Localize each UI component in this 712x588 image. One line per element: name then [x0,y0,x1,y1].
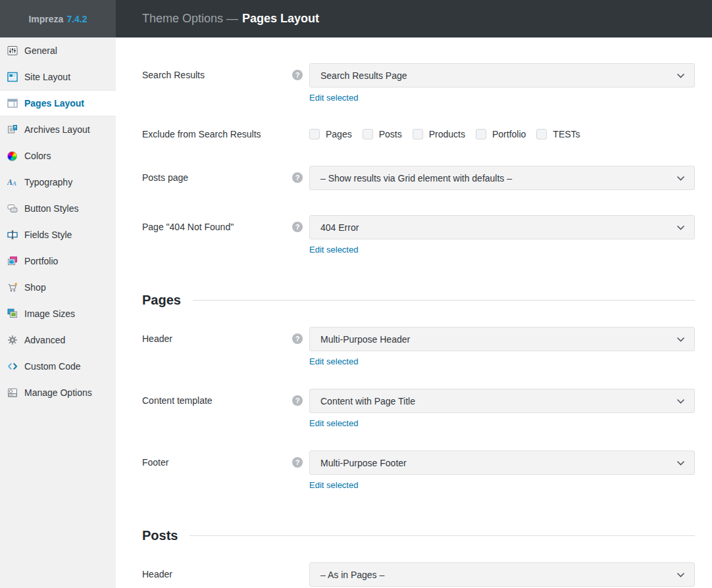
exclude-posts-checkbox[interactable] [363,129,373,139]
sidebar-item-button-styles[interactable]: Button Styles [0,195,116,222]
sidebar-item-manage-options[interactable]: Manage Options [0,380,116,406]
brand: Impreza 7.4.2 [0,0,116,37]
brand-version: 7.4.2 [66,14,87,24]
chevron-down-icon [676,399,685,404]
section-title: Posts [142,527,178,543]
exclude-tests-checkbox[interactable] [536,129,547,139]
help-icon[interactable]: ? [292,222,303,232]
chevron-down-icon [676,73,685,78]
field-label: Exclude from Search Results [142,125,292,143]
chevron-down-icon [676,572,685,577]
sidebar-item-colors[interactable]: Colors [0,143,116,169]
pages-footer-select[interactable]: Multi-Purpose Footer [309,451,695,475]
help-icon[interactable]: ? [292,395,303,406]
sidebar-item-typography[interactable]: AA Typography [0,169,116,195]
sidebar-item-portfolio[interactable]: Portfolio [0,248,116,274]
sidebar-item-general[interactable]: General [0,37,116,64]
sidebar-item-advanced[interactable]: Advanced [0,327,116,353]
edit-selected-link[interactable]: Edit selected [309,480,358,490]
checkbox-label: TESTs [553,129,580,139]
fields-style-icon [7,230,18,241]
sidebar-item-label: Typography [24,177,72,187]
cart-icon [7,282,18,293]
exclude-tests-option: TESTs [536,129,580,139]
search-results-select[interactable]: Search Results Page [309,63,695,87]
exclude-posts-option: Posts [363,129,402,139]
sidebar-item-shop[interactable]: Shop [0,274,116,301]
field-row-content-template: Content template ? Content with Page Tit… [142,389,695,429]
image-sizes-icon [7,308,18,320]
help-icon[interactable]: ? [292,70,303,80]
section-divider [193,300,695,301]
help-icon[interactable]: ? [292,333,303,344]
select-value: 404 Error [320,222,359,233]
code-icon [7,361,18,372]
svg-text:A: A [7,178,13,187]
page-404-select[interactable]: 404 Error [309,215,695,239]
sliders-icon [7,45,18,57]
field-label: Header [142,562,292,587]
edit-selected-link[interactable]: Edit selected [309,245,358,255]
sidebar-item-fields-style[interactable]: Fields Style [0,222,116,248]
page-title-current: Pages Layout [242,12,319,25]
checkbox-label: Pages [326,129,352,139]
exclude-products-checkbox[interactable] [413,129,423,139]
archive-icon [7,387,18,399]
sidebar-item-label: Shop [24,282,46,293]
svg-text:A: A [12,180,16,187]
page-title-prefix: Theme Options — [142,12,238,25]
field-row-posts-page: Posts page ? – Show results via Grid ele… [142,166,695,190]
exclude-pages-checkbox[interactable] [309,129,320,139]
exclude-pages-option: Pages [309,129,352,139]
sidebar-item-image-sizes[interactable]: Image Sizes [0,301,116,327]
sidebar-item-label: Site Layout [24,72,70,82]
brand-name: Impreza [28,14,63,24]
posts-header-select[interactable]: – As in Pages – [309,562,695,587]
exclude-checkbox-group: Pages Posts Products Portfolio [309,125,695,143]
sidebar-item-label: Custom Code [24,361,81,372]
chevron-down-icon [676,337,685,342]
field-label: Footer [142,451,292,475]
help-icon[interactable]: ? [292,457,303,468]
field-row-page-404: Page "404 Not Found" ? 404 Error Edit se… [142,215,695,255]
sidebar-item-custom-code[interactable]: Custom Code [0,353,116,380]
pages-layout-icon [7,98,18,109]
field-label: Content template [142,389,292,413]
theme-options-window: Impreza 7.4.2 General Site Layout P [0,0,712,588]
sidebar-item-label: Pages Layout [24,98,84,109]
pages-header-select[interactable]: Multi-Purpose Header [309,327,695,351]
portfolio-icon [7,256,18,267]
field-row-search-results: Search Results ? Search Results Page Edi… [142,63,695,103]
select-value: Content with Page Title [320,396,415,406]
sidebar-item-label: Advanced [24,335,65,345]
field-row-pages-footer: Footer ? Multi-Purpose Footer Edit selec… [142,451,695,491]
section-heading-posts: Posts [142,527,695,543]
field-row-pages-header: Header ? Multi-Purpose Header Edit selec… [142,327,695,367]
posts-page-select[interactable]: – Show results via Grid element with def… [309,166,695,190]
select-value: – Show results via Grid element with def… [320,173,512,184]
section-heading-pages: Pages [142,292,695,308]
exclude-products-option: Products [413,129,465,139]
sidebar-item-label: Image Sizes [24,308,75,319]
field-row-posts-header: Header – As in Pages – [142,562,695,587]
section-title: Pages [142,292,181,308]
sidebar-item-label: Button Styles [24,203,79,214]
archives-layout-icon [7,124,18,135]
content-template-select[interactable]: Content with Page Title [309,389,695,413]
select-value: Search Results Page [320,70,407,81]
edit-selected-link[interactable]: Edit selected [309,418,358,428]
sidebar-item-label: Fields Style [24,230,72,240]
checkbox-label: Portfolio [492,129,526,139]
sidebar-item-pages-layout[interactable]: Pages Layout [0,90,116,116]
select-value: – As in Pages – [320,570,384,580]
edit-selected-link[interactable]: Edit selected [309,356,358,366]
help-icon[interactable]: ? [292,172,303,183]
select-value: Multi-Purpose Header [320,334,410,345]
sidebar-nav: General Site Layout Pages Layout Archive… [0,37,116,588]
settings-panel: Search Results ? Search Results Page Edi… [116,37,712,588]
sidebar-item-archives-layout[interactable]: Archives Layout [0,116,116,143]
exclude-portfolio-checkbox[interactable] [476,129,486,139]
edit-selected-link[interactable]: Edit selected [309,93,358,103]
sidebar-item-site-layout[interactable]: Site Layout [0,64,116,90]
typography-icon: AA [7,177,18,188]
